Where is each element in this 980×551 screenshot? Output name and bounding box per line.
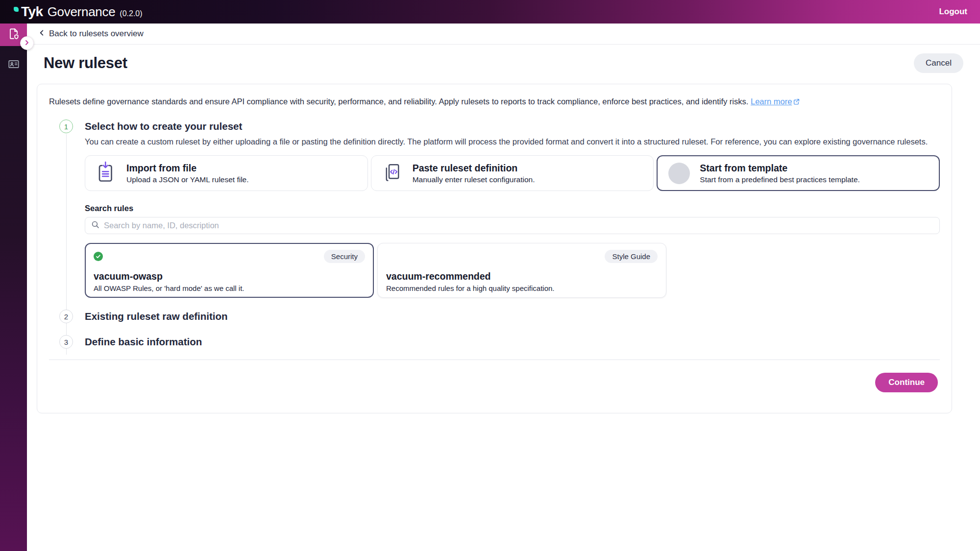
footer-divider	[49, 359, 940, 360]
template-description: Recommended rules for a high quality spe…	[386, 284, 658, 292]
chevron-left-icon	[38, 29, 45, 38]
template-card-vacuum-owasp[interactable]: Security vacuum-owasp All OWASP Rules, o…	[85, 243, 374, 298]
chevron-right-icon	[24, 39, 30, 48]
option-title: Paste ruleset definition	[413, 163, 535, 174]
sidebar-item-profile[interactable]	[0, 54, 27, 76]
option-description: Upload a JSON or YAML ruleset file.	[126, 175, 249, 184]
template-name: vacuum-owasp	[94, 271, 365, 282]
circle-placeholder-icon	[668, 163, 690, 184]
brand-product: Governance	[48, 4, 116, 20]
card-footer: Continue	[49, 373, 940, 392]
search-icon	[91, 220, 99, 231]
template-description: All OWASP Rules, or 'hard mode' as we ca…	[94, 284, 365, 292]
option-title: Start from template	[700, 163, 860, 174]
sidebar-expand-button[interactable]	[20, 36, 34, 50]
tyk-leaf-icon	[14, 7, 19, 12]
template-card-vacuum-recommended[interactable]: Style Guide vacuum-recommended Recommend…	[377, 243, 666, 298]
search-input[interactable]	[104, 221, 933, 230]
step-2-indicator: 2	[59, 310, 73, 323]
back-link[interactable]: Back to rulesets overview	[27, 24, 980, 45]
step-1-indicator: 1	[59, 120, 73, 133]
category-badge: Security	[324, 250, 365, 263]
template-cards: Security vacuum-owasp All OWASP Rules, o…	[85, 243, 940, 298]
steps-container: 1 Select how to create your ruleset You …	[49, 120, 940, 349]
step-1-title: Select how to create your ruleset	[85, 120, 940, 133]
app-version: (0.2.0)	[120, 9, 142, 18]
selected-check-icon	[94, 252, 103, 261]
step-1: 1 Select how to create your ruleset You …	[49, 120, 940, 298]
step-2-title: Existing ruleset raw definition	[85, 310, 940, 323]
option-card-text: Import from file Upload a JSON or YAML r…	[126, 163, 249, 184]
search-rules-label: Search rules	[85, 204, 940, 213]
page-header: New ruleset Cancel	[27, 45, 980, 80]
category-badge: Style Guide	[605, 250, 658, 263]
back-link-label: Back to rulesets overview	[49, 29, 144, 39]
option-card-paste-definition[interactable]: Paste ruleset definition Manually enter …	[371, 155, 654, 191]
option-card-text: Start from template Start from a predefi…	[700, 163, 860, 184]
intro-text: Rulesets define governance standards and…	[49, 97, 940, 107]
create-option-cards: Import from file Upload a JSON or YAML r…	[85, 155, 940, 191]
logout-button[interactable]: Logout	[939, 7, 967, 17]
step-3-indicator: 3	[59, 335, 73, 349]
learn-more-label: Learn more	[751, 97, 792, 106]
cancel-button[interactable]: Cancel	[914, 53, 963, 73]
step-1-description: You can create a custom ruleset by eithe…	[85, 137, 940, 146]
option-card-start-from-template[interactable]: Start from template Start from a predefi…	[657, 155, 940, 191]
option-card-text: Paste ruleset definition Manually enter …	[413, 163, 535, 184]
step-2: 2 Existing ruleset raw definition	[49, 310, 940, 323]
id-card-icon	[7, 58, 20, 72]
sidebar	[0, 24, 27, 551]
file-download-icon	[96, 161, 117, 186]
intro-description: Rulesets define governance standards and…	[49, 97, 748, 106]
step-3-title: Define basic information	[85, 335, 940, 349]
option-card-import-from-file[interactable]: Import from file Upload a JSON or YAML r…	[85, 155, 368, 191]
learn-more-link[interactable]: Learn more	[751, 97, 800, 106]
ruleset-document-shield-icon	[7, 27, 20, 42]
new-ruleset-card: Rulesets define governance standards and…	[37, 84, 952, 413]
search-box	[85, 217, 940, 234]
topbar: Tyk Governance (0.2.0) Logout	[0, 0, 980, 24]
option-description: Manually enter ruleset configuration.	[413, 175, 535, 184]
continue-button[interactable]: Continue	[875, 373, 938, 392]
template-name: vacuum-recommended	[386, 271, 658, 282]
step-3: 3 Define basic information	[49, 335, 940, 349]
content-area: Back to rulesets overview New ruleset Ca…	[27, 24, 980, 551]
option-description: Start from a predefined best practices t…	[700, 175, 860, 184]
external-link-icon	[793, 97, 800, 107]
page-title: New ruleset	[44, 54, 127, 72]
code-file-icon	[382, 161, 403, 186]
option-title: Import from file	[126, 163, 249, 174]
brand-name: Tyk	[21, 4, 43, 20]
app-logo: Tyk Governance (0.2.0)	[14, 4, 143, 20]
